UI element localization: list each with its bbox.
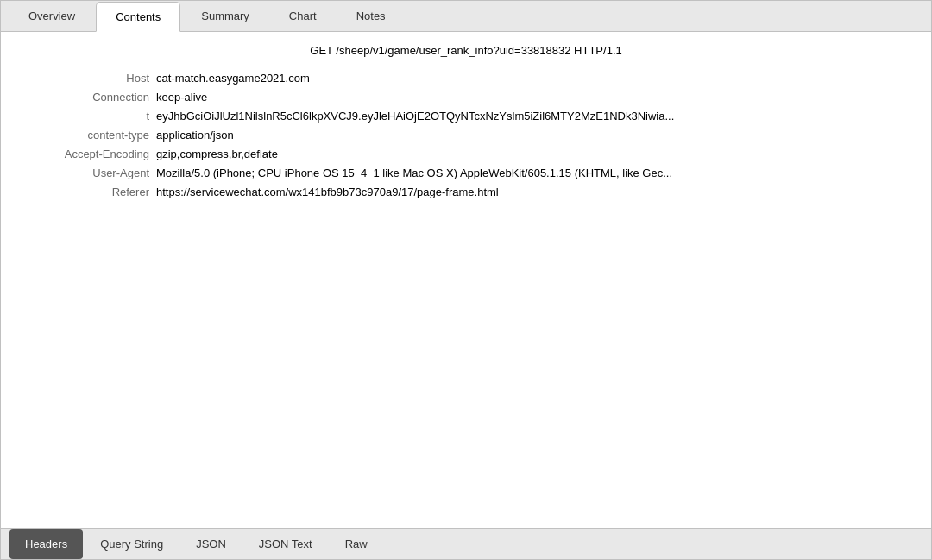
bottom-tab-query-string[interactable]: Query String — [85, 529, 179, 559]
header-key: Host — [18, 72, 156, 85]
bottom-tab-json-text[interactable]: JSON Text — [243, 529, 328, 559]
header-value: keep-alive — [156, 91, 914, 104]
header-value: gzip,compress,br,deflate — [156, 148, 914, 160]
header-key: Connection — [18, 91, 156, 104]
headers-list: Hostcat-match.easygame2021.comConnection… — [1, 70, 931, 203]
header-row: Accept-Encodinggzip,compress,br,deflate — [1, 146, 931, 165]
top-tab-bar: OverviewContentsSummaryChartNotes — [1, 1, 931, 32]
tab-overview[interactable]: Overview — [9, 1, 94, 31]
divider — [1, 66, 931, 66]
header-key: User-Agent — [18, 167, 156, 179]
header-row: Hostcat-match.easygame2021.com — [1, 70, 931, 89]
header-row: teyJhbGciOiJlUzl1NilslnR5cCl6lkpXVCJ9.ey… — [1, 108, 931, 127]
header-value: application/json — [156, 129, 914, 142]
header-value: Mozilla/5.0 (iPhone; CPU iPhone OS 15_4_… — [156, 167, 914, 179]
header-value: https://servicewechat.com/wx141bfb9b73c9… — [156, 186, 914, 198]
bottom-tab-json[interactable]: JSON — [180, 529, 242, 559]
header-value: cat-match.easygame2021.com — [156, 72, 914, 85]
tab-contents[interactable]: Contents — [96, 2, 180, 32]
header-key: t — [18, 110, 156, 123]
header-key: content-type — [18, 129, 156, 142]
tab-summary[interactable]: Summary — [182, 1, 268, 31]
tab-chart[interactable]: Chart — [270, 1, 336, 31]
main-window: OverviewContentsSummaryChartNotes GET /s… — [0, 0, 932, 560]
tab-notes[interactable]: Notes — [337, 1, 405, 31]
header-key: Accept-Encoding — [18, 148, 156, 160]
content-area: GET /sheep/v1/game/user_rank_info?uid=33… — [1, 32, 931, 528]
header-row: Refererhttps://servicewechat.com/wx141bf… — [1, 184, 931, 203]
bottom-tab-raw[interactable]: Raw — [330, 529, 383, 559]
request-line-text: GET /sheep/v1/game/user_rank_info?uid=33… — [310, 44, 621, 57]
header-row: User-AgentMozilla/5.0 (iPhone; CPU iPhon… — [1, 165, 931, 184]
header-row: Connectionkeep-alive — [1, 89, 931, 108]
bottom-tab-headers[interactable]: Headers — [9, 529, 83, 559]
bottom-tab-bar: HeadersQuery StringJSONJSON TextRaw — [1, 528, 931, 559]
header-value: eyJhbGciOiJlUzl1NilslnR5cCl6lkpXVCJ9.eyJ… — [156, 110, 914, 123]
header-row: content-typeapplication/json — [1, 127, 931, 146]
header-key: Referer — [18, 186, 156, 198]
request-line: GET /sheep/v1/game/user_rank_info?uid=33… — [1, 39, 931, 62]
